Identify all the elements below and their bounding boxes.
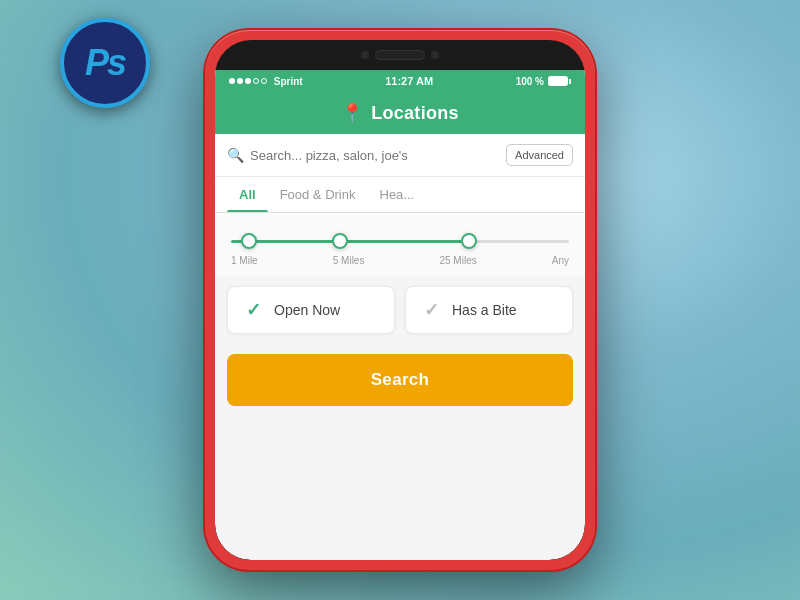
distance-slider-section: 1 Mile 5 Miles 25 Miles Any bbox=[215, 213, 585, 276]
open-now-label: Open Now bbox=[274, 302, 340, 318]
camera-dot bbox=[361, 51, 369, 59]
search-icon: 🔍 bbox=[227, 147, 244, 163]
status-time: 11:27 AM bbox=[385, 75, 433, 87]
phone-inner: Sprint 11:27 AM 100 % bbox=[215, 40, 585, 560]
battery-pct-label: 100 % bbox=[516, 76, 544, 87]
slider-label-1: 1 Mile bbox=[231, 255, 258, 266]
filter-section: ✓ Open Now ✓ Has a Bite bbox=[215, 276, 585, 344]
status-bar: Sprint 11:27 AM 100 % bbox=[215, 70, 585, 92]
status-left: Sprint bbox=[229, 76, 303, 87]
speaker-grille bbox=[375, 50, 425, 60]
slider-thumb-1[interactable] bbox=[241, 233, 257, 249]
tab-health[interactable]: Hea... bbox=[368, 177, 427, 212]
location-pin-icon: 📍 bbox=[341, 102, 363, 124]
slider-fill bbox=[231, 240, 468, 243]
open-now-check-icon: ✓ bbox=[242, 299, 264, 321]
ps-badge-label: Ps bbox=[85, 42, 125, 84]
slider-label-3: 25 Miles bbox=[439, 255, 476, 266]
filter-open-now[interactable]: ✓ Open Now bbox=[227, 286, 395, 334]
phone-mockup: Sprint 11:27 AM 100 % bbox=[205, 30, 595, 570]
slider-label-4: Any bbox=[552, 255, 569, 266]
slider-label-2: 5 Miles bbox=[333, 255, 365, 266]
screen: Sprint 11:27 AM 100 % bbox=[215, 70, 585, 560]
phone-outer-shell: Sprint 11:27 AM 100 % bbox=[205, 30, 595, 570]
filter-has-a-bite[interactable]: ✓ Has a Bite bbox=[405, 286, 573, 334]
signal-dot-1 bbox=[229, 78, 235, 84]
search-button[interactable]: Search bbox=[227, 354, 573, 406]
signal-dot-5 bbox=[261, 78, 267, 84]
header-title: Locations bbox=[371, 103, 459, 124]
carrier-label: Sprint bbox=[274, 76, 303, 87]
battery-fill bbox=[549, 77, 567, 85]
signal-dot-2 bbox=[237, 78, 243, 84]
tab-all[interactable]: All bbox=[227, 177, 268, 212]
slider-thumb-2[interactable] bbox=[332, 233, 348, 249]
photoshop-badge: Ps bbox=[60, 18, 150, 108]
battery-icon bbox=[548, 76, 571, 86]
search-button-wrap: Search bbox=[215, 344, 585, 422]
sensor-dot bbox=[431, 51, 439, 59]
search-input-wrap: 🔍 bbox=[227, 147, 498, 163]
tabs-row: All Food & Drink Hea... bbox=[215, 177, 585, 213]
slider-track bbox=[231, 240, 569, 243]
slider-thumb-3[interactable] bbox=[461, 233, 477, 249]
battery-body bbox=[548, 76, 568, 86]
status-right: 100 % bbox=[516, 76, 571, 87]
battery-tip bbox=[569, 79, 571, 84]
app-header: 📍 Locations bbox=[215, 92, 585, 134]
search-input[interactable] bbox=[250, 148, 498, 163]
slider-track-wrap[interactable] bbox=[231, 231, 569, 251]
has-a-bite-check-icon: ✓ bbox=[420, 299, 442, 321]
advanced-button[interactable]: Advanced bbox=[506, 144, 573, 166]
tab-food-drink[interactable]: Food & Drink bbox=[268, 177, 368, 212]
has-a-bite-label: Has a Bite bbox=[452, 302, 517, 318]
signal-dot-3 bbox=[245, 78, 251, 84]
search-bar: 🔍 Advanced bbox=[215, 134, 585, 177]
signal-dot-4 bbox=[253, 78, 259, 84]
slider-labels: 1 Mile 5 Miles 25 Miles Any bbox=[231, 255, 569, 266]
phone-top-bar bbox=[361, 50, 439, 60]
